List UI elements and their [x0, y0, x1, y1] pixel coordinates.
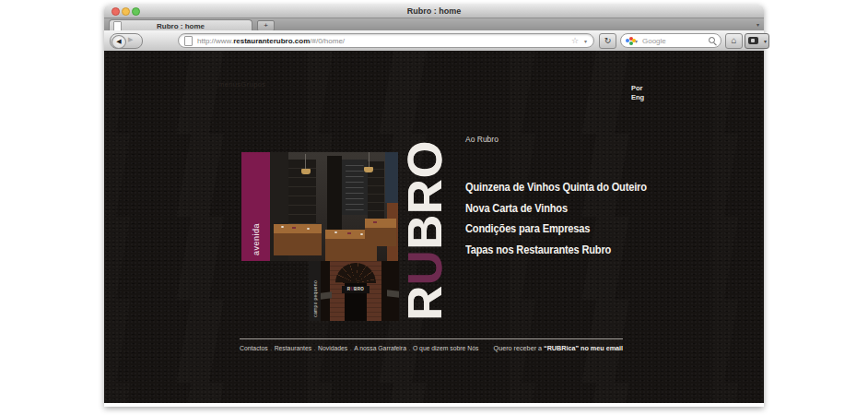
- zoom-button[interactable]: [132, 7, 140, 16]
- exterior-photo-illustration: RUBRO: [321, 261, 399, 321]
- plate-shape: [334, 231, 337, 233]
- headline-link[interactable]: Nova Carta de Vinhos: [465, 202, 707, 215]
- close-button[interactable]: [111, 7, 120, 16]
- footer-nav: Contactos.Restaurantes.Novidades.A nossa…: [240, 344, 478, 352]
- bookmark-star-icon[interactable]: ☆: [571, 36, 579, 45]
- google-logo-icon: [626, 37, 634, 45]
- napkin-shape: [347, 232, 351, 234]
- plate-shape: [281, 226, 284, 228]
- app-menu-icon: [748, 37, 758, 44]
- language-eng-link[interactable]: Eng: [631, 93, 644, 102]
- footer-link-contactos[interactable]: Contactos: [240, 344, 268, 352]
- avenida-label: avenida: [252, 223, 261, 255]
- campo-pequeno-strip: campo pequeno: [309, 261, 321, 321]
- interior-photo-illustration: [270, 152, 398, 261]
- app-menu-caret-icon: ▾: [764, 38, 767, 44]
- reload-button[interactable]: ↻: [599, 33, 616, 49]
- minimize-button[interactable]: [122, 7, 130, 16]
- footer-link-garrafeira[interactable]: A nossa Garrafeira: [354, 344, 406, 352]
- list-all-tabs-icon[interactable]: ▾: [757, 21, 759, 28]
- sign-letters: BRO: [354, 287, 364, 291]
- restaurant-campo-pequeno-photo[interactable]: campo pequeno RUBRO: [309, 261, 399, 321]
- napkin-shape: [292, 227, 296, 229]
- url-input[interactable]: http://www.restauranterubro.com/#/0/home…: [178, 33, 594, 48]
- language-por-link[interactable]: Por: [631, 84, 644, 93]
- tab-label: Rubro : home: [110, 22, 252, 30]
- url-domain: restauranterubro.com: [233, 37, 310, 45]
- logo-letter: R: [398, 285, 452, 321]
- window-title: Rubro : home: [104, 6, 764, 16]
- forward-button[interactable]: ▶: [128, 36, 133, 43]
- newsletter-bold: “RUBRica” no meu email: [544, 344, 623, 352]
- logo-letters: BRO: [398, 140, 452, 250]
- url-path: /#/0/home/: [310, 37, 345, 45]
- awning-shape: [321, 291, 332, 299]
- headline-link[interactable]: Condições para Empresas: [465, 222, 707, 235]
- navigation-bar: ◀ ▶ http://www.restauranterubro.com/#/0/…: [104, 30, 764, 52]
- logo-letter-accent: U: [398, 250, 452, 286]
- headline-link[interactable]: Tapas nos Restaurantes Rubro: [465, 243, 707, 256]
- avenida-strip: avenida: [241, 152, 270, 261]
- footer-link-dizem[interactable]: O que dizem sobre Nós: [413, 344, 478, 352]
- table-shape: [365, 219, 396, 246]
- campo-pequeno-label: campo pequeno: [312, 280, 318, 317]
- tab-bar: Rubro : home + ▾: [104, 18, 764, 30]
- newsletter-prefix: Quero receber a: [494, 344, 544, 352]
- page-content: menusGrupos Por Eng Ao Rubro avenida: [104, 51, 764, 403]
- restaurant-avenida-photo[interactable]: avenida: [241, 152, 398, 261]
- back-forward-group: ◀ ▶: [110, 33, 143, 49]
- search-engine-dropdown-icon[interactable]: ▾: [635, 38, 638, 44]
- lamp-cord-shape: [305, 154, 306, 169]
- rubro-sign: RUBRO: [342, 286, 369, 293]
- app-menu-button[interactable]: ▾: [745, 33, 769, 49]
- lamp-shape: [301, 169, 311, 174]
- napkin-shape: [373, 221, 377, 223]
- url-favicon-icon: [184, 36, 193, 46]
- footer-link-novidades[interactable]: Novidades: [318, 344, 347, 352]
- footer: Contactos.Restaurantes.Novidades.A nossa…: [240, 338, 623, 356]
- rubro-logo[interactable]: RUBRO: [399, 133, 452, 328]
- language-switcher: Por Eng: [631, 84, 644, 102]
- search-placeholder: Google: [642, 37, 666, 45]
- browser-window: Rubro : home Rubro : home + ▾ ◀ ▶ http:/…: [104, 5, 764, 407]
- url-prefix: http://www.: [197, 37, 233, 45]
- back-button[interactable]: ◀: [111, 35, 126, 49]
- home-button[interactable]: ⌂: [725, 33, 743, 49]
- lamp-shape: [364, 167, 373, 172]
- faint-menu-text: menusGrupos: [218, 80, 266, 89]
- section-title: Ao Rubro: [465, 135, 499, 144]
- plate-shape: [360, 233, 363, 235]
- lamp-cord-shape: [369, 152, 369, 167]
- footer-link-restaurantes[interactable]: Restaurantes: [275, 344, 311, 352]
- news-headlines: Quinzena de Vinhos Quinta do Outeiro Nov…: [465, 181, 760, 264]
- table-shape: [274, 224, 322, 255]
- newsletter-signup-link[interactable]: Quero receber a “RUBRica” no meu email: [494, 344, 623, 352]
- window-titlebar[interactable]: Rubro : home: [104, 5, 764, 18]
- plate-shape: [307, 228, 310, 230]
- headline-link[interactable]: Quinzena de Vinhos Quinta do Outeiro: [465, 181, 707, 194]
- wall-shape: [385, 152, 398, 203]
- search-icon[interactable]: [709, 37, 715, 43]
- search-input[interactable]: ▾ Google: [620, 33, 721, 48]
- url-text: http://www.restauranterubro.com/#/0/home…: [197, 37, 345, 45]
- url-dropdown-icon[interactable]: ▾: [584, 38, 587, 44]
